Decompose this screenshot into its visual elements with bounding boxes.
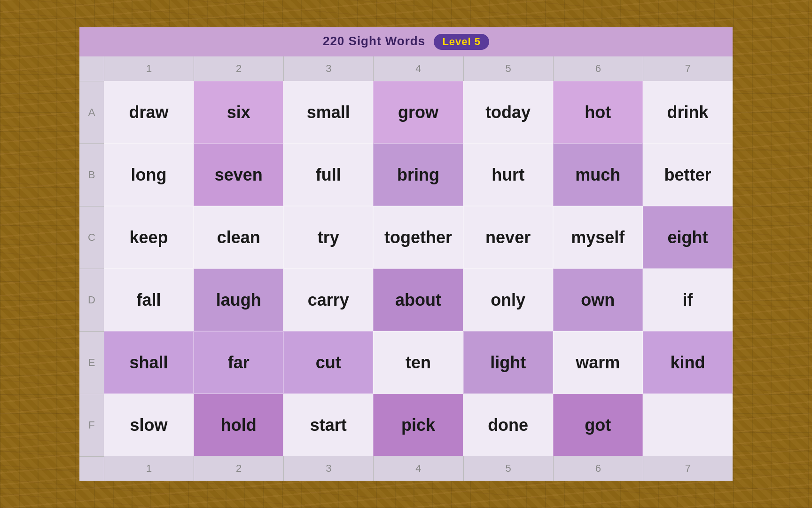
cell-e1[interactable]: shall [104, 331, 194, 394]
cell-e7[interactable]: kind [643, 331, 733, 394]
cell-c1[interactable]: keep [104, 206, 194, 269]
cell-f7[interactable] [643, 394, 733, 456]
row-label-e: E [79, 331, 104, 394]
cell-a2[interactable]: six [194, 81, 283, 143]
cell-a3[interactable]: small [283, 81, 373, 143]
cell-f2[interactable]: hold [194, 394, 283, 456]
cell-c4[interactable]: together [373, 206, 463, 269]
cell-d7[interactable]: if [643, 269, 733, 331]
main-container: 220 Sight Words Level 5 A B C D E F 1 2 … [79, 27, 733, 481]
cell-b5[interactable]: hurt [463, 143, 553, 206]
cell-e4[interactable]: ten [373, 331, 463, 394]
col-label-7: 7 [643, 56, 733, 81]
cell-f3[interactable]: start [283, 394, 373, 456]
col-label-4: 4 [373, 56, 463, 81]
level-badge: Level 5 [434, 34, 489, 50]
cell-f6[interactable]: got [553, 394, 643, 456]
col-label-bottom-7: 7 [643, 456, 733, 481]
col-label-3: 3 [283, 56, 373, 81]
cell-a5[interactable]: today [463, 81, 553, 143]
col-label-6: 6 [553, 56, 643, 81]
cell-f4[interactable]: pick [373, 394, 463, 456]
cell-b2[interactable]: seven [194, 143, 283, 206]
col-label-bottom-3: 3 [283, 456, 373, 481]
cell-d3[interactable]: carry [283, 269, 373, 331]
grid-row-d: fall laugh carry about only own if [104, 269, 733, 331]
row-label-b: B [79, 143, 104, 206]
grid-wrapper: A B C D E F 1 2 3 4 5 6 7 draw six [79, 56, 733, 481]
grid-content: 1 2 3 4 5 6 7 draw six small grow today … [104, 56, 733, 481]
header-bar: 220 Sight Words Level 5 [79, 27, 733, 56]
cell-d2[interactable]: laugh [194, 269, 283, 331]
cell-e5[interactable]: light [463, 331, 553, 394]
cell-c7[interactable]: eight [643, 206, 733, 269]
grid-row-a: draw six small grow today hot drink [104, 81, 733, 143]
cell-d4[interactable]: about [373, 269, 463, 331]
cell-d1[interactable]: fall [104, 269, 194, 331]
row-label-f: F [79, 394, 104, 456]
row-label-bottom [79, 456, 104, 481]
grid-row-b: long seven full bring hurt much better [104, 143, 733, 206]
grid-row-e: shall far cut ten light warm kind [104, 331, 733, 394]
header-title: 220 Sight Words [323, 34, 425, 48]
cell-a6[interactable]: hot [553, 81, 643, 143]
cell-b6[interactable]: much [553, 143, 643, 206]
cell-b3[interactable]: full [283, 143, 373, 206]
cell-b4[interactable]: bring [373, 143, 463, 206]
cell-e3[interactable]: cut [283, 331, 373, 394]
col-label-5: 5 [463, 56, 553, 81]
col-label-bottom-6: 6 [553, 456, 643, 481]
cell-d5[interactable]: only [463, 269, 553, 331]
cell-a4[interactable]: grow [373, 81, 463, 143]
cell-a1[interactable]: draw [104, 81, 194, 143]
cell-c6[interactable]: myself [553, 206, 643, 269]
cell-b7[interactable]: better [643, 143, 733, 206]
grid-row-c: keep clean try together never myself eig… [104, 206, 733, 269]
cell-f1[interactable]: slow [104, 394, 194, 456]
cell-c5[interactable]: never [463, 206, 553, 269]
cell-b1[interactable]: long [104, 143, 194, 206]
cell-a7[interactable]: drink [643, 81, 733, 143]
col-label-2: 2 [194, 56, 283, 81]
row-labels-column: A B C D E F [79, 56, 104, 481]
cell-c3[interactable]: try [283, 206, 373, 269]
col-label-bottom-1: 1 [104, 456, 194, 481]
row-label-d: D [79, 269, 104, 331]
col-labels-bottom: 1 2 3 4 5 6 7 [104, 456, 733, 481]
col-label-bottom-4: 4 [373, 456, 463, 481]
cell-c2[interactable]: clean [194, 206, 283, 269]
col-label-bottom-5: 5 [463, 456, 553, 481]
row-label-a: A [79, 81, 104, 143]
col-label-bottom-2: 2 [194, 456, 283, 481]
col-labels-top: 1 2 3 4 5 6 7 [104, 56, 733, 81]
cell-f5[interactable]: done [463, 394, 553, 456]
grid-row-f: slow hold start pick done got [104, 394, 733, 456]
cell-d6[interactable]: own [553, 269, 643, 331]
col-label-1: 1 [104, 56, 194, 81]
row-label-c: C [79, 206, 104, 269]
cell-e6[interactable]: warm [553, 331, 643, 394]
cell-e2[interactable]: far [194, 331, 283, 394]
